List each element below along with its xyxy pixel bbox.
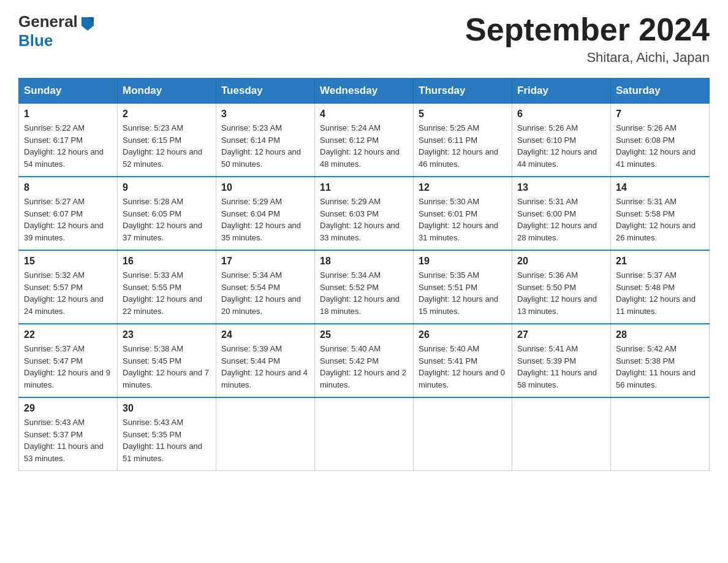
day-info: Sunrise: 5:40 AMSunset: 5:42 PMDaylight:…	[320, 343, 408, 391]
day-header-sunday: Sunday	[19, 79, 118, 104]
day-info: Sunrise: 5:41 AMSunset: 5:39 PMDaylight:…	[517, 343, 605, 391]
day-info: Sunrise: 5:42 AMSunset: 5:38 PMDaylight:…	[616, 343, 704, 391]
day-number: 10	[221, 182, 309, 193]
day-info: Sunrise: 5:26 AMSunset: 6:10 PMDaylight:…	[517, 122, 605, 170]
calendar-cell: 15Sunrise: 5:32 AMSunset: 5:57 PMDayligh…	[19, 250, 118, 324]
day-number: 18	[320, 256, 408, 267]
page-header: General Blue September 2024 Shitara, Aic…	[18, 12, 710, 66]
calendar-cell: 22Sunrise: 5:37 AMSunset: 5:47 PMDayligh…	[19, 324, 118, 397]
day-number: 24	[221, 329, 309, 340]
day-info: Sunrise: 5:35 AMSunset: 5:51 PMDaylight:…	[419, 269, 507, 317]
day-info: Sunrise: 5:43 AMSunset: 5:35 PMDaylight:…	[123, 416, 211, 464]
day-info: Sunrise: 5:26 AMSunset: 6:08 PMDaylight:…	[616, 122, 704, 170]
calendar-cell: 9Sunrise: 5:28 AMSunset: 6:05 PMDaylight…	[118, 177, 216, 250]
calendar-cell: 14Sunrise: 5:31 AMSunset: 5:58 PMDayligh…	[611, 177, 710, 250]
day-header-wednesday: Wednesday	[315, 79, 414, 104]
calendar-week-row: 8Sunrise: 5:27 AMSunset: 6:07 PMDaylight…	[19, 177, 710, 250]
day-number: 4	[320, 109, 408, 120]
calendar-title: September 2024	[465, 12, 710, 47]
day-info: Sunrise: 5:32 AMSunset: 5:57 PMDaylight:…	[24, 269, 112, 317]
calendar-cell: 8Sunrise: 5:27 AMSunset: 6:07 PMDaylight…	[19, 177, 118, 250]
calendar-subtitle: Shitara, Aichi, Japan	[465, 50, 710, 66]
day-info: Sunrise: 5:28 AMSunset: 6:05 PMDaylight:…	[123, 196, 211, 243]
calendar-cell: 21Sunrise: 5:37 AMSunset: 5:48 PMDayligh…	[611, 250, 710, 324]
title-area: September 2024 Shitara, Aichi, Japan	[465, 12, 710, 66]
day-number: 27	[517, 329, 605, 340]
calendar-cell: 29Sunrise: 5:43 AMSunset: 5:37 PMDayligh…	[19, 397, 118, 471]
day-number: 8	[24, 182, 112, 193]
day-info: Sunrise: 5:34 AMSunset: 5:52 PMDaylight:…	[320, 269, 408, 317]
calendar-cell: 27Sunrise: 5:41 AMSunset: 5:39 PMDayligh…	[512, 324, 611, 397]
day-number: 7	[616, 109, 704, 120]
day-number: 13	[517, 182, 605, 193]
day-info: Sunrise: 5:25 AMSunset: 6:11 PMDaylight:…	[419, 122, 507, 170]
day-number: 3	[221, 109, 309, 120]
day-number: 20	[517, 256, 605, 267]
day-info: Sunrise: 5:30 AMSunset: 6:01 PMDaylight:…	[419, 196, 507, 243]
day-number: 1	[24, 109, 112, 120]
calendar-cell: 16Sunrise: 5:33 AMSunset: 5:55 PMDayligh…	[118, 250, 216, 324]
calendar-cell: 13Sunrise: 5:31 AMSunset: 6:00 PMDayligh…	[512, 177, 611, 250]
calendar-cell: 23Sunrise: 5:38 AMSunset: 5:45 PMDayligh…	[118, 324, 216, 397]
days-header-row: SundayMondayTuesdayWednesdayThursdayFrid…	[19, 79, 710, 104]
calendar-cell: 5Sunrise: 5:25 AMSunset: 6:11 PMDaylight…	[414, 104, 512, 177]
calendar-cell	[315, 397, 414, 471]
calendar-cell: 30Sunrise: 5:43 AMSunset: 5:35 PMDayligh…	[118, 397, 216, 471]
calendar-cell: 18Sunrise: 5:34 AMSunset: 5:52 PMDayligh…	[315, 250, 414, 324]
day-number: 12	[419, 182, 507, 193]
day-info: Sunrise: 5:31 AMSunset: 6:00 PMDaylight:…	[517, 196, 605, 243]
calendar-week-row: 15Sunrise: 5:32 AMSunset: 5:57 PMDayligh…	[19, 250, 710, 324]
calendar-cell: 19Sunrise: 5:35 AMSunset: 5:51 PMDayligh…	[414, 250, 512, 324]
day-number: 29	[24, 403, 112, 414]
calendar-cell: 12Sunrise: 5:30 AMSunset: 6:01 PMDayligh…	[414, 177, 512, 250]
calendar-cell	[216, 397, 315, 471]
day-info: Sunrise: 5:23 AMSunset: 6:15 PMDaylight:…	[123, 122, 211, 170]
day-number: 6	[517, 109, 605, 120]
day-info: Sunrise: 5:22 AMSunset: 6:17 PMDaylight:…	[24, 122, 112, 170]
calendar-cell: 10Sunrise: 5:29 AMSunset: 6:04 PMDayligh…	[216, 177, 315, 250]
day-info: Sunrise: 5:24 AMSunset: 6:12 PMDaylight:…	[320, 122, 408, 170]
day-header-thursday: Thursday	[414, 79, 512, 104]
calendar-cell: 3Sunrise: 5:23 AMSunset: 6:14 PMDaylight…	[216, 104, 315, 177]
logo: General Blue	[18, 12, 96, 50]
calendar-cell: 17Sunrise: 5:34 AMSunset: 5:54 PMDayligh…	[216, 250, 315, 324]
day-header-friday: Friday	[512, 79, 611, 104]
day-info: Sunrise: 5:39 AMSunset: 5:44 PMDaylight:…	[221, 343, 309, 391]
day-number: 28	[616, 329, 704, 340]
day-number: 19	[419, 256, 507, 267]
day-number: 14	[616, 182, 704, 193]
calendar-cell: 25Sunrise: 5:40 AMSunset: 5:42 PMDayligh…	[315, 324, 414, 397]
day-header-saturday: Saturday	[611, 79, 710, 104]
day-info: Sunrise: 5:43 AMSunset: 5:37 PMDaylight:…	[24, 416, 112, 464]
calendar-week-row: 29Sunrise: 5:43 AMSunset: 5:37 PMDayligh…	[19, 397, 710, 471]
calendar-cell	[512, 397, 611, 471]
calendar-cell: 26Sunrise: 5:40 AMSunset: 5:41 PMDayligh…	[414, 324, 512, 397]
day-number: 9	[123, 182, 211, 193]
calendar-cell: 28Sunrise: 5:42 AMSunset: 5:38 PMDayligh…	[611, 324, 710, 397]
logo-icon	[79, 13, 96, 31]
day-number: 25	[320, 329, 408, 340]
day-info: Sunrise: 5:37 AMSunset: 5:47 PMDaylight:…	[24, 343, 112, 391]
day-info: Sunrise: 5:23 AMSunset: 6:14 PMDaylight:…	[221, 122, 309, 170]
day-number: 17	[221, 256, 309, 267]
day-info: Sunrise: 5:37 AMSunset: 5:48 PMDaylight:…	[616, 269, 704, 317]
day-number: 21	[616, 256, 704, 267]
day-number: 23	[123, 329, 211, 340]
day-header-monday: Monday	[118, 79, 216, 104]
logo-blue-text: Blue	[18, 31, 53, 50]
day-info: Sunrise: 5:40 AMSunset: 5:41 PMDaylight:…	[419, 343, 507, 391]
day-number: 22	[24, 329, 112, 340]
day-number: 11	[320, 182, 408, 193]
day-number: 30	[123, 403, 211, 414]
day-info: Sunrise: 5:27 AMSunset: 6:07 PMDaylight:…	[24, 196, 112, 243]
day-info: Sunrise: 5:29 AMSunset: 6:03 PMDaylight:…	[320, 196, 408, 243]
day-info: Sunrise: 5:29 AMSunset: 6:04 PMDaylight:…	[221, 196, 309, 243]
calendar-cell: 20Sunrise: 5:36 AMSunset: 5:50 PMDayligh…	[512, 250, 611, 324]
calendar-cell: 6Sunrise: 5:26 AMSunset: 6:10 PMDaylight…	[512, 104, 611, 177]
calendar-cell	[611, 397, 710, 471]
calendar-table: SundayMondayTuesdayWednesdayThursdayFrid…	[18, 78, 710, 471]
day-number: 2	[123, 109, 211, 120]
day-number: 16	[123, 256, 211, 267]
day-info: Sunrise: 5:36 AMSunset: 5:50 PMDaylight:…	[517, 269, 605, 317]
day-info: Sunrise: 5:31 AMSunset: 5:58 PMDaylight:…	[616, 196, 704, 243]
